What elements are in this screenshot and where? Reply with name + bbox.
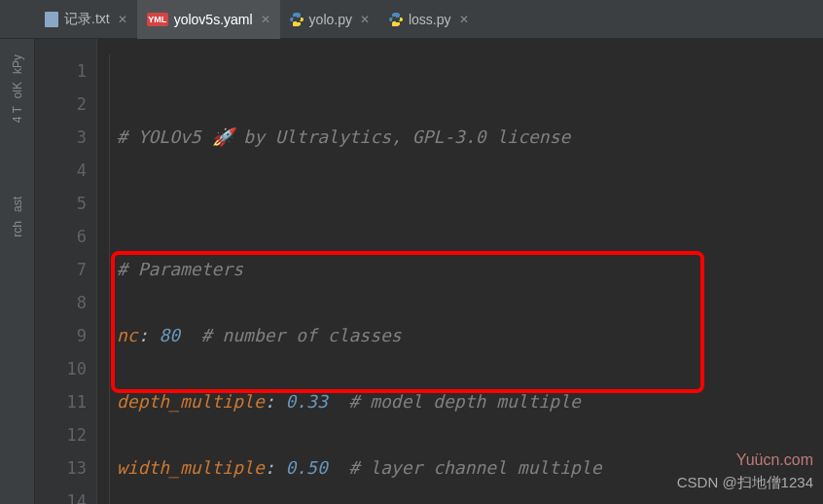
sidebar-item[interactable]: 4 T bbox=[11, 106, 24, 123]
sidebar-item[interactable]: rch bbox=[11, 221, 24, 237]
line-number: 14 bbox=[35, 485, 87, 504]
line-number: 12 bbox=[35, 418, 87, 451]
python-file-icon bbox=[290, 13, 304, 26]
watermark: Yuücn.com bbox=[736, 451, 813, 469]
close-icon[interactable]: ✕ bbox=[360, 13, 370, 26]
line-number: 6 bbox=[35, 220, 87, 253]
text-file-icon bbox=[45, 12, 58, 27]
line-number: 9 bbox=[35, 319, 87, 352]
yaml-value: 0.50 bbox=[285, 457, 327, 478]
line-number: 7 bbox=[35, 253, 87, 286]
code-area[interactable]: # YOLOv5 🚀 by Ultralytics, GPL-3.0 licen… bbox=[97, 39, 823, 504]
yaml-key: nc bbox=[117, 325, 138, 345]
line-number: 1 bbox=[35, 54, 87, 88]
line-number: 4 bbox=[35, 154, 87, 187]
line-number: 8 bbox=[35, 286, 87, 319]
yaml-file-icon: YML bbox=[147, 13, 168, 26]
tab-record-txt[interactable]: 记录.txt ✕ bbox=[35, 0, 137, 39]
yaml-value: 80 bbox=[159, 325, 180, 345]
line-number: 13 bbox=[35, 451, 87, 485]
close-icon[interactable]: ✕ bbox=[261, 13, 270, 26]
tab-label: yolo.py bbox=[309, 12, 352, 27]
editor-pane: 1 2 3 4 5 6 7 8 9 10 11 12 13 14 # YOLOv… bbox=[35, 39, 823, 504]
python-file-icon bbox=[389, 13, 403, 26]
sidebar-item[interactable]: ast bbox=[11, 197, 24, 212]
tab-bar: 记录.txt ✕ YML yolov5s.yaml ✕ yolo.py ✕ lo… bbox=[0, 0, 823, 39]
yaml-key: width_multiple bbox=[117, 457, 265, 478]
code-comment: # YOLOv5 🚀 by Ultralytics, GPL-3.0 licen… bbox=[117, 126, 570, 147]
line-number: 5 bbox=[35, 187, 87, 220]
tab-yolo-py[interactable]: yolo.py ✕ bbox=[280, 0, 379, 39]
sidebar-item[interactable]: olK bbox=[11, 82, 24, 98]
line-number: 11 bbox=[35, 385, 87, 418]
tab-loss-py[interactable]: loss.py ✕ bbox=[379, 0, 479, 39]
code-comment: # model depth multiple bbox=[348, 391, 580, 412]
close-icon[interactable]: ✕ bbox=[459, 13, 469, 26]
line-number: 2 bbox=[35, 88, 87, 121]
line-number: 10 bbox=[35, 352, 87, 385]
line-gutter: 1 2 3 4 5 6 7 8 9 10 11 12 13 14 bbox=[35, 39, 97, 504]
close-icon[interactable]: ✕ bbox=[118, 13, 127, 26]
indent-guide bbox=[109, 54, 110, 504]
sidebar-item[interactable]: kPy bbox=[11, 54, 24, 74]
tool-sidebar: kPy olK 4 T ast rch bbox=[0, 39, 35, 504]
yaml-value: 0.33 bbox=[285, 391, 327, 412]
watermark: CSDN @扫地僧1234 bbox=[677, 474, 813, 492]
line-number: 3 bbox=[35, 121, 87, 154]
yaml-key: depth_multiple bbox=[117, 391, 265, 412]
code-comment: # Parameters bbox=[117, 259, 243, 279]
code-comment: # number of classes bbox=[201, 325, 402, 345]
tab-label: yolov5s.yaml bbox=[174, 12, 253, 27]
tab-label: loss.py bbox=[409, 12, 451, 27]
tab-label: 记录.txt bbox=[64, 11, 110, 28]
tab-yolov5s-yaml[interactable]: YML yolov5s.yaml ✕ bbox=[137, 0, 280, 39]
code-comment: # layer channel multiple bbox=[348, 457, 601, 478]
